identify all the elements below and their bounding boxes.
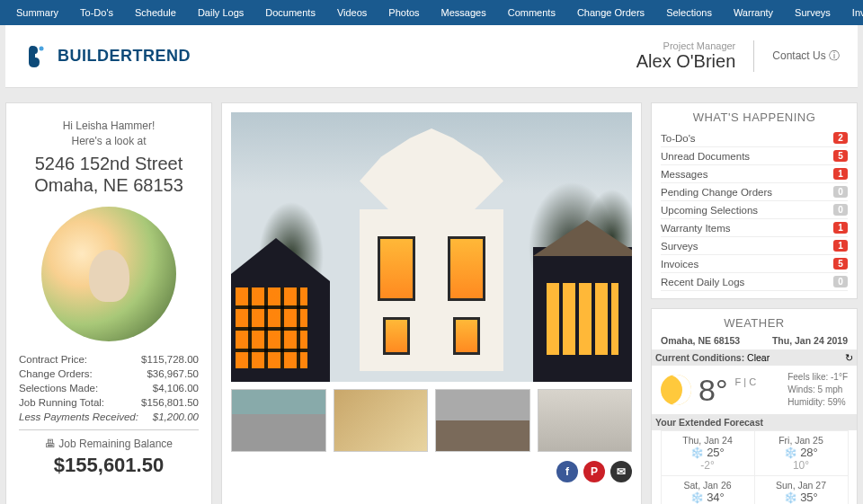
weather-temp: 8° [698, 373, 728, 408]
pm-label: Project Manager [636, 40, 736, 51]
happening-row[interactable]: Messages1 [661, 165, 848, 183]
thumbnail[interactable] [334, 389, 429, 452]
happening-row[interactable]: Warranty Items1 [661, 219, 848, 237]
logo-mark-icon [23, 43, 50, 70]
happening-row[interactable]: Surveys1 [661, 237, 848, 255]
balance-value: $155,601.50 [19, 454, 199, 477]
financial-summary: Contract Price:$115,728.00Change Orders:… [19, 354, 199, 422]
nav-daily-logs[interactable]: Daily Logs [189, 2, 253, 23]
header: BUILDERTREND Project Manager Alex O'Brie… [5, 25, 858, 88]
forecast-day: Fri, Jan 25❄️ 28°10° [754, 430, 849, 476]
panel-title: WEATHER [661, 316, 848, 330]
happening-row[interactable]: Pending Change Orders0 [661, 183, 848, 201]
weather-conditions: Current Conditions: Clear↻ [652, 349, 857, 366]
nav-videos[interactable]: Videos [328, 2, 376, 23]
forecast-day: Sun, Jan 27❄️ 35°19° [754, 475, 849, 505]
greeting: Hi Leisha Hammer! [19, 119, 199, 132]
forecast-label: Your Extended Forecast [652, 414, 857, 430]
nav-schedule[interactable]: Schedule [126, 2, 185, 23]
fin-row: Change Orders:$36,967.50 [19, 368, 199, 379]
panel-title: WHAT'S HAPPENING [661, 111, 848, 124]
happening-row[interactable]: Recent Daily Logs0 [661, 273, 848, 291]
svg-point-0 [40, 46, 44, 50]
photo-thumbnails [231, 389, 632, 452]
nav-to-do-s[interactable]: To-Do's [71, 2, 122, 23]
nav-comments[interactable]: Comments [499, 2, 565, 23]
logo-text: BUILDERTREND [58, 47, 191, 66]
fin-row: Selections Made:$4,106.00 [19, 383, 199, 393]
social-share: f P ✉ [231, 461, 632, 482]
project-summary-panel: Hi Leisha Hammer! Here's a look at 5246 … [5, 102, 212, 504]
happening-row[interactable]: Unread Documents5 [661, 147, 848, 165]
nav-documents[interactable]: Documents [256, 2, 325, 23]
nav-warranty[interactable]: Warranty [725, 2, 782, 23]
fin-row: Job Running Total:$156,801.50 [19, 397, 199, 408]
happening-row[interactable]: Invoices5 [661, 255, 848, 273]
happening-row[interactable]: To-Do's2 [661, 129, 848, 147]
weather-panel: WEATHER Omaha, NE 68153 Thu, Jan 24 2019… [651, 308, 858, 504]
avatar [41, 207, 176, 341]
nav-summary[interactable]: Summary [7, 2, 67, 23]
weather-location: Omaha, NE 68153 [661, 335, 740, 346]
contact-us-link[interactable]: Contact Us ⓘ [772, 49, 840, 64]
email-icon[interactable]: ✉ [610, 461, 632, 482]
top-nav: SummaryTo-Do'sScheduleDaily LogsDocument… [0, 0, 863, 25]
nav-surveys[interactable]: Surveys [786, 2, 840, 23]
weather-date: Thu, Jan 24 2019 [772, 335, 848, 346]
forecast-day: Thu, Jan 24❄️ 25°-2° [661, 430, 755, 476]
thumbnail[interactable] [231, 389, 326, 452]
project-address: 5246 152nd Street Omaha, NE 68153 [19, 153, 199, 196]
thumbnail[interactable] [538, 389, 633, 452]
nav-photos[interactable]: Photos [379, 2, 428, 23]
happening-row[interactable]: Upcoming Selections0 [661, 201, 848, 219]
weather-unit[interactable]: F | C [735, 376, 757, 387]
fin-row: Less Payments Received:$1,200.00 [19, 411, 199, 422]
greeting-sub: Here's a look at [19, 135, 199, 147]
whats-happening-panel: WHAT'S HAPPENING To-Do's2Unread Document… [651, 102, 858, 299]
hero-photo[interactable] [231, 112, 632, 382]
balance-label: 🖶 Job Remaining Balance [19, 438, 199, 450]
weather-details: Feels like: -1°F Winds: 5 mph Humidity: … [787, 371, 848, 409]
thumbnail[interactable] [435, 389, 530, 452]
pinterest-icon[interactable]: P [583, 461, 605, 482]
moon-icon [661, 375, 691, 405]
logo[interactable]: BUILDERTREND [23, 43, 191, 70]
fin-row: Contract Price:$115,728.00 [19, 354, 199, 365]
forecast-day: Sat, Jan 26❄️ 34°23° [661, 475, 755, 505]
nav-messages[interactable]: Messages [432, 2, 495, 23]
project-manager-block: Project Manager Alex O'Brien [636, 40, 755, 72]
photo-panel: f P ✉ [221, 102, 642, 504]
nav-change-orders[interactable]: Change Orders [568, 2, 654, 23]
nav-invoices[interactable]: Invoices [843, 2, 863, 23]
nav-selections[interactable]: Selections [657, 2, 721, 23]
facebook-icon[interactable]: f [556, 461, 578, 482]
pm-name: Alex O'Brien [636, 51, 736, 72]
